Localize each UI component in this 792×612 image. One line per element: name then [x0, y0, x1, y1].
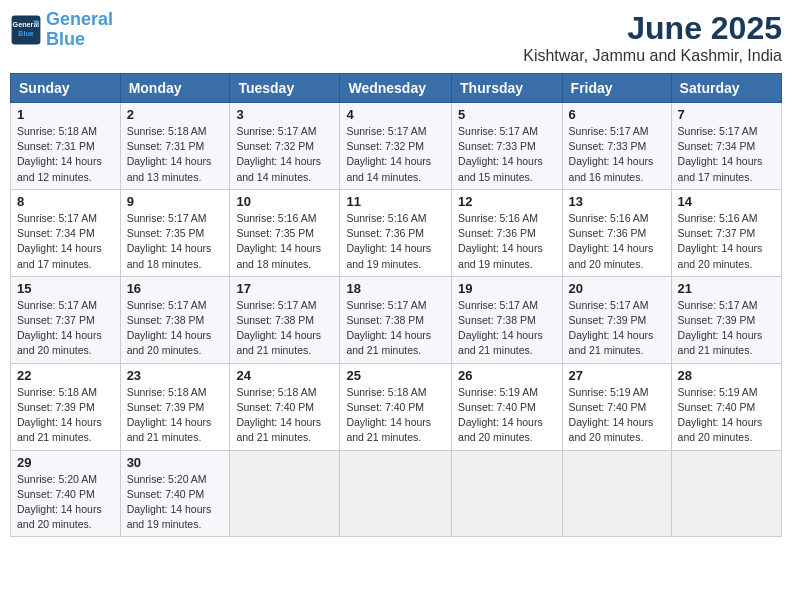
day-number: 7	[678, 107, 775, 122]
logo-line1: General	[46, 9, 113, 29]
day-number: 15	[17, 281, 114, 296]
cell-info: Sunrise: 5:17 AMSunset: 7:39 PMDaylight:…	[678, 298, 775, 359]
cell-info: Sunrise: 5:17 AMSunset: 7:38 PMDaylight:…	[127, 298, 224, 359]
cell-info: Sunrise: 5:17 AMSunset: 7:35 PMDaylight:…	[127, 211, 224, 272]
weekday-header: Saturday	[671, 74, 781, 103]
calendar-cell: 2Sunrise: 5:18 AMSunset: 7:31 PMDaylight…	[120, 103, 230, 190]
calendar-cell: 16Sunrise: 5:17 AMSunset: 7:38 PMDayligh…	[120, 276, 230, 363]
day-number: 24	[236, 368, 333, 383]
cell-info: Sunrise: 5:20 AMSunset: 7:40 PMDaylight:…	[17, 472, 114, 533]
cell-info: Sunrise: 5:19 AMSunset: 7:40 PMDaylight:…	[458, 385, 556, 446]
cell-info: Sunrise: 5:17 AMSunset: 7:38 PMDaylight:…	[236, 298, 333, 359]
weekday-header: Tuesday	[230, 74, 340, 103]
calendar-cell: 14Sunrise: 5:16 AMSunset: 7:37 PMDayligh…	[671, 189, 781, 276]
day-number: 9	[127, 194, 224, 209]
cell-info: Sunrise: 5:16 AMSunset: 7:36 PMDaylight:…	[346, 211, 445, 272]
calendar-cell: 23Sunrise: 5:18 AMSunset: 7:39 PMDayligh…	[120, 363, 230, 450]
day-number: 5	[458, 107, 556, 122]
location-title: Kishtwar, Jammu and Kashmir, India	[523, 47, 782, 65]
cell-info: Sunrise: 5:16 AMSunset: 7:37 PMDaylight:…	[678, 211, 775, 272]
weekday-header: Thursday	[452, 74, 563, 103]
calendar-cell: 5Sunrise: 5:17 AMSunset: 7:33 PMDaylight…	[452, 103, 563, 190]
logo: General Blue General Blue	[10, 10, 113, 50]
calendar-cell	[671, 450, 781, 537]
weekday-header: Friday	[562, 74, 671, 103]
weekday-header: Wednesday	[340, 74, 452, 103]
calendar-cell: 12Sunrise: 5:16 AMSunset: 7:36 PMDayligh…	[452, 189, 563, 276]
day-number: 13	[569, 194, 665, 209]
weekday-header: Monday	[120, 74, 230, 103]
calendar-cell: 22Sunrise: 5:18 AMSunset: 7:39 PMDayligh…	[11, 363, 121, 450]
svg-text:Blue: Blue	[18, 28, 34, 37]
day-number: 18	[346, 281, 445, 296]
cell-info: Sunrise: 5:17 AMSunset: 7:34 PMDaylight:…	[17, 211, 114, 272]
day-number: 17	[236, 281, 333, 296]
calendar-cell	[562, 450, 671, 537]
day-number: 20	[569, 281, 665, 296]
day-number: 21	[678, 281, 775, 296]
day-number: 1	[17, 107, 114, 122]
day-number: 2	[127, 107, 224, 122]
calendar-cell: 18Sunrise: 5:17 AMSunset: 7:38 PMDayligh…	[340, 276, 452, 363]
cell-info: Sunrise: 5:17 AMSunset: 7:33 PMDaylight:…	[569, 124, 665, 185]
day-number: 23	[127, 368, 224, 383]
day-number: 27	[569, 368, 665, 383]
logo-icon: General Blue	[10, 14, 42, 46]
calendar-cell: 26Sunrise: 5:19 AMSunset: 7:40 PMDayligh…	[452, 363, 563, 450]
calendar-cell: 28Sunrise: 5:19 AMSunset: 7:40 PMDayligh…	[671, 363, 781, 450]
day-number: 11	[346, 194, 445, 209]
calendar-cell: 20Sunrise: 5:17 AMSunset: 7:39 PMDayligh…	[562, 276, 671, 363]
title-area: June 2025 Kishtwar, Jammu and Kashmir, I…	[523, 10, 782, 65]
calendar-cell: 6Sunrise: 5:17 AMSunset: 7:33 PMDaylight…	[562, 103, 671, 190]
day-number: 26	[458, 368, 556, 383]
calendar-cell: 7Sunrise: 5:17 AMSunset: 7:34 PMDaylight…	[671, 103, 781, 190]
calendar-cell: 4Sunrise: 5:17 AMSunset: 7:32 PMDaylight…	[340, 103, 452, 190]
cell-info: Sunrise: 5:18 AMSunset: 7:40 PMDaylight:…	[236, 385, 333, 446]
calendar-cell: 13Sunrise: 5:16 AMSunset: 7:36 PMDayligh…	[562, 189, 671, 276]
day-number: 10	[236, 194, 333, 209]
cell-info: Sunrise: 5:16 AMSunset: 7:36 PMDaylight:…	[458, 211, 556, 272]
cell-info: Sunrise: 5:17 AMSunset: 7:38 PMDaylight:…	[346, 298, 445, 359]
calendar-cell	[340, 450, 452, 537]
calendar-cell	[230, 450, 340, 537]
cell-info: Sunrise: 5:17 AMSunset: 7:32 PMDaylight:…	[346, 124, 445, 185]
calendar-cell: 29Sunrise: 5:20 AMSunset: 7:40 PMDayligh…	[11, 450, 121, 537]
logo-text: General Blue	[46, 10, 113, 50]
calendar-cell: 9Sunrise: 5:17 AMSunset: 7:35 PMDaylight…	[120, 189, 230, 276]
day-number: 22	[17, 368, 114, 383]
cell-info: Sunrise: 5:17 AMSunset: 7:33 PMDaylight:…	[458, 124, 556, 185]
cell-info: Sunrise: 5:17 AMSunset: 7:34 PMDaylight:…	[678, 124, 775, 185]
cell-info: Sunrise: 5:18 AMSunset: 7:40 PMDaylight:…	[346, 385, 445, 446]
calendar-cell: 10Sunrise: 5:16 AMSunset: 7:35 PMDayligh…	[230, 189, 340, 276]
cell-info: Sunrise: 5:17 AMSunset: 7:39 PMDaylight:…	[569, 298, 665, 359]
day-number: 14	[678, 194, 775, 209]
calendar-cell	[452, 450, 563, 537]
cell-info: Sunrise: 5:16 AMSunset: 7:35 PMDaylight:…	[236, 211, 333, 272]
calendar-cell: 1Sunrise: 5:18 AMSunset: 7:31 PMDaylight…	[11, 103, 121, 190]
day-number: 30	[127, 455, 224, 470]
calendar-cell: 15Sunrise: 5:17 AMSunset: 7:37 PMDayligh…	[11, 276, 121, 363]
cell-info: Sunrise: 5:20 AMSunset: 7:40 PMDaylight:…	[127, 472, 224, 533]
cell-info: Sunrise: 5:19 AMSunset: 7:40 PMDaylight:…	[569, 385, 665, 446]
cell-info: Sunrise: 5:19 AMSunset: 7:40 PMDaylight:…	[678, 385, 775, 446]
weekday-header: Sunday	[11, 74, 121, 103]
day-number: 3	[236, 107, 333, 122]
calendar-cell: 21Sunrise: 5:17 AMSunset: 7:39 PMDayligh…	[671, 276, 781, 363]
cell-info: Sunrise: 5:16 AMSunset: 7:36 PMDaylight:…	[569, 211, 665, 272]
page-header: General Blue General Blue June 2025 Kish…	[10, 10, 782, 65]
calendar-cell: 25Sunrise: 5:18 AMSunset: 7:40 PMDayligh…	[340, 363, 452, 450]
cell-info: Sunrise: 5:17 AMSunset: 7:37 PMDaylight:…	[17, 298, 114, 359]
day-number: 12	[458, 194, 556, 209]
day-number: 25	[346, 368, 445, 383]
day-number: 29	[17, 455, 114, 470]
cell-info: Sunrise: 5:18 AMSunset: 7:39 PMDaylight:…	[127, 385, 224, 446]
calendar-cell: 30Sunrise: 5:20 AMSunset: 7:40 PMDayligh…	[120, 450, 230, 537]
cell-info: Sunrise: 5:18 AMSunset: 7:39 PMDaylight:…	[17, 385, 114, 446]
cell-info: Sunrise: 5:18 AMSunset: 7:31 PMDaylight:…	[127, 124, 224, 185]
day-number: 6	[569, 107, 665, 122]
calendar-cell: 3Sunrise: 5:17 AMSunset: 7:32 PMDaylight…	[230, 103, 340, 190]
calendar-cell: 27Sunrise: 5:19 AMSunset: 7:40 PMDayligh…	[562, 363, 671, 450]
day-number: 8	[17, 194, 114, 209]
logo-line2: Blue	[46, 29, 85, 49]
calendar-cell: 19Sunrise: 5:17 AMSunset: 7:38 PMDayligh…	[452, 276, 563, 363]
